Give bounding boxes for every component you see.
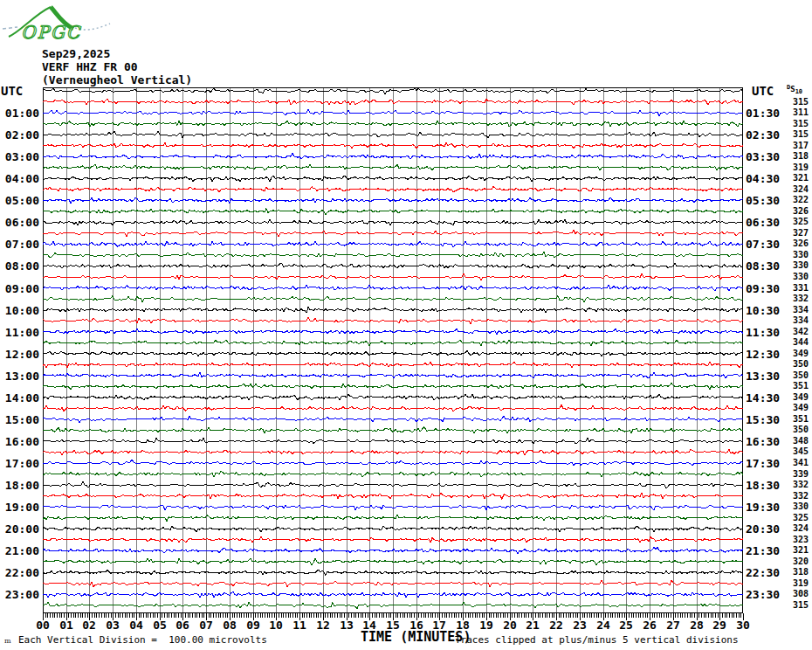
ds10-header: DS10 — [787, 84, 802, 95]
hour-label-right: 08:30 — [746, 259, 786, 273]
hour-label-right: 22:30 — [746, 566, 786, 579]
hour-label-left: 15:00 — [1, 413, 39, 426]
hour-label-left: 13:00 — [1, 370, 39, 383]
hour-label-left: 10:00 — [1, 304, 39, 317]
ds10-value: 332 — [785, 480, 809, 489]
ds10-value: 351 — [785, 414, 809, 424]
hour-label-left: 02:00 — [1, 128, 39, 142]
ds10-value: 320 — [785, 557, 809, 566]
hour-label-right: 17:30 — [746, 457, 786, 470]
minute-label: 04 — [125, 619, 148, 632]
ds10-value: 349 — [785, 349, 809, 358]
logo-text: OPGC — [21, 22, 82, 43]
hour-label-right: 21:30 — [746, 544, 786, 557]
ds10-value: 318 — [785, 567, 809, 577]
ds10-value: 315 — [785, 119, 809, 128]
ds10-value: 311 — [785, 107, 809, 117]
minute-label: 14 — [358, 619, 381, 632]
ds10-value: 325 — [785, 513, 809, 522]
hour-label-left: 20:00 — [1, 522, 39, 536]
hour-label-right: 23:30 — [746, 588, 786, 601]
minute-label: 24 — [592, 619, 615, 632]
hour-label-left: 08:00 — [1, 259, 39, 273]
hour-label-right: 04:30 — [746, 172, 786, 185]
minute-label: 16 — [405, 619, 428, 632]
hour-label-left: 06:00 — [1, 216, 39, 229]
title-block: Sep29,2025 VERF HHZ FR 00 (Verneugheol V… — [42, 47, 192, 86]
hour-label-left: 14:00 — [1, 391, 39, 405]
hour-label-left: 07:00 — [1, 238, 39, 251]
ds10-value: 326 — [785, 239, 809, 248]
minute-label: 19 — [475, 619, 498, 632]
ds10-value: 345 — [785, 446, 809, 456]
hour-label-left: 12:00 — [1, 348, 39, 361]
minute-label: 06 — [171, 619, 194, 632]
ds10-header-sub: 10 — [795, 88, 802, 95]
minute-label: 00 — [31, 619, 54, 632]
hour-label-right: 19:30 — [746, 501, 786, 514]
minute-label: 05 — [148, 619, 171, 632]
minute-label: 08 — [218, 619, 241, 632]
ds10-value: 350 — [785, 425, 809, 434]
minute-label: 20 — [499, 619, 521, 632]
ds10-value: 344 — [785, 337, 809, 347]
ds10-value: 327 — [785, 228, 809, 238]
ds10-value: 315 — [785, 600, 809, 610]
ds10-value: 315 — [785, 129, 809, 139]
hour-label-right: 16:30 — [746, 435, 786, 448]
ds10-value: 334 — [785, 305, 809, 315]
division-note: Each Vertical Division = 100.00 microvol… — [18, 634, 267, 646]
hour-label-left: 19:00 — [1, 501, 39, 514]
title-station: VERF HHZ FR 00 — [42, 60, 192, 73]
minute-label: 29 — [708, 619, 731, 632]
hour-label-right: 10:30 — [746, 304, 786, 317]
minute-label: 23 — [568, 619, 591, 632]
ds10-value: 350 — [785, 359, 809, 369]
ds10-value: 325 — [785, 217, 809, 226]
hour-label-left: 23:00 — [1, 588, 39, 601]
hour-label-right: 20:30 — [746, 522, 786, 536]
hour-label-right: 13:30 — [746, 370, 786, 383]
ds10-value: 318 — [785, 151, 809, 161]
minute-label: 07 — [195, 619, 217, 632]
ds10-value: 350 — [785, 370, 809, 380]
hour-label-left: 22:00 — [1, 566, 39, 579]
helicorder-page: OPGC Sep29,2025 VERF HHZ FR 00 (Verneugh… — [0, 0, 812, 650]
ds10-value: 332 — [785, 294, 809, 303]
hour-label-right: 11:30 — [746, 326, 786, 339]
hour-label-right: 03:30 — [746, 150, 786, 163]
ds10-value: 351 — [785, 381, 809, 391]
minute-label: 17 — [428, 619, 451, 632]
hour-label-left: 18:00 — [1, 479, 39, 492]
hour-label-left: 21:00 — [1, 544, 39, 557]
footer-mark: m — [4, 637, 11, 645]
minute-label: 11 — [288, 619, 311, 632]
minute-label: 01 — [55, 619, 78, 632]
minute-label: 03 — [101, 619, 124, 632]
ds10-value: 342 — [785, 327, 809, 336]
minute-label: 15 — [382, 619, 404, 632]
hour-label-right: 18:30 — [746, 479, 786, 492]
ds10-value: 341 — [785, 458, 809, 467]
utc-header-left: UTC — [1, 84, 23, 98]
minute-label: 22 — [545, 619, 568, 632]
ds10-value: 330 — [785, 272, 809, 281]
hour-label-left: 05:00 — [1, 194, 39, 207]
hour-label-right: 02:30 — [746, 128, 786, 142]
hour-label-right: 12:30 — [746, 348, 786, 361]
hour-label-left: 04:00 — [1, 172, 39, 185]
hour-label-right: 05:30 — [746, 194, 786, 207]
ds10-value: 348 — [785, 436, 809, 446]
hour-label-right: 09:30 — [746, 282, 786, 295]
hour-label-left: 03:00 — [1, 150, 39, 163]
logo-dash-left — [3, 27, 17, 29]
ds10-value: 308 — [785, 589, 809, 598]
ds10-value: 321 — [785, 545, 809, 555]
clip-note: Traces clipped at plus/minus 5 vertical … — [455, 634, 739, 646]
hour-label-right: 06:30 — [746, 216, 786, 229]
minute-label: 12 — [312, 619, 334, 632]
ds10-value: 324 — [785, 184, 809, 194]
hour-label-left: 11:00 — [1, 326, 39, 339]
hour-label-left: 17:00 — [1, 457, 39, 470]
hour-label-right: 07:30 — [746, 238, 786, 251]
